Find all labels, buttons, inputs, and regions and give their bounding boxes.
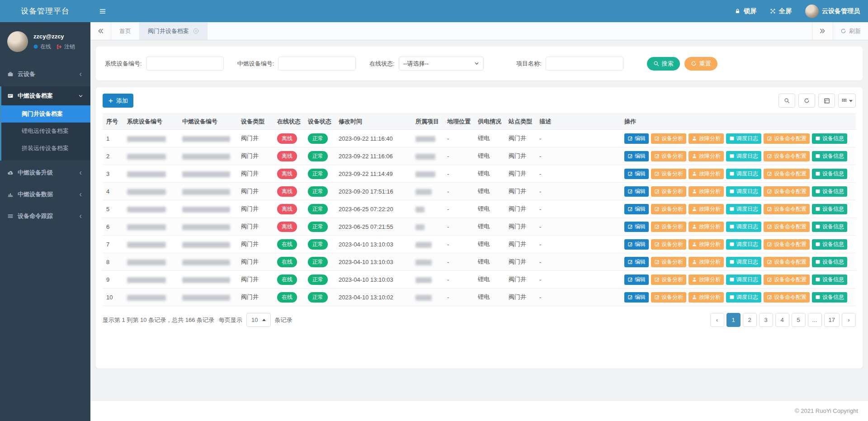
action-button[interactable]: 调度日志 bbox=[726, 204, 761, 214]
action-button[interactable]: 设备命令配置 bbox=[764, 151, 810, 161]
action-button[interactable]: 设备信息 bbox=[812, 257, 847, 267]
add-button[interactable]: 添加 bbox=[103, 94, 133, 108]
page-button[interactable]: 1 bbox=[726, 313, 741, 327]
action-button[interactable]: 故障分析 bbox=[689, 257, 724, 267]
action-button[interactable]: 设备分析 bbox=[651, 186, 686, 197]
action-button[interactable]: 设备命令配置 bbox=[764, 204, 810, 214]
action-button[interactable]: 故障分析 bbox=[689, 274, 724, 285]
page-next-button[interactable]: › bbox=[842, 313, 856, 327]
action-button[interactable]: 故障分析 bbox=[689, 222, 724, 232]
action-button[interactable]: 故障分析 bbox=[689, 186, 724, 197]
page-button[interactable]: 5 bbox=[792, 313, 806, 327]
project-name-input[interactable] bbox=[546, 57, 623, 71]
page-button[interactable]: 2 bbox=[743, 313, 757, 327]
action-button[interactable]: 设备命令配置 bbox=[764, 239, 810, 250]
action-button[interactable]: 设备分析 bbox=[651, 204, 686, 214]
tabs-scroll-left-button[interactable] bbox=[90, 22, 111, 40]
sidebar-item[interactable]: 云设备 bbox=[0, 65, 90, 84]
action-button[interactable]: 设备信息 bbox=[812, 274, 847, 285]
action-button[interactable]: 设备命令配置 bbox=[764, 186, 810, 197]
edit-button[interactable]: 编辑 bbox=[624, 274, 649, 285]
action-button[interactable]: 调度日志 bbox=[726, 257, 761, 267]
table-refresh-button[interactable] bbox=[798, 94, 815, 108]
edit-button[interactable]: 编辑 bbox=[624, 169, 649, 179]
action-button[interactable]: 调度日志 bbox=[726, 292, 761, 303]
edit-button[interactable]: 编辑 bbox=[624, 292, 649, 303]
table-columns-button[interactable] bbox=[838, 94, 856, 108]
sidebar-subitem[interactable]: 锂电远传设备档案 bbox=[1, 123, 90, 140]
action-button[interactable]: 设备分析 bbox=[651, 151, 686, 161]
fullscreen-button[interactable]: 全屏 bbox=[770, 7, 792, 15]
action-button[interactable]: 调度日志 bbox=[726, 222, 761, 232]
action-button[interactable]: 设备信息 bbox=[812, 169, 847, 179]
action-button[interactable]: 故障分析 bbox=[689, 169, 724, 179]
action-button[interactable]: 设备信息 bbox=[812, 151, 847, 161]
page-prev-button[interactable]: ‹ bbox=[710, 313, 724, 327]
refresh-tab-button[interactable]: 刷新 bbox=[833, 22, 868, 40]
edit-button[interactable]: 编辑 bbox=[624, 151, 649, 161]
action-button[interactable]: 调度日志 bbox=[726, 133, 761, 144]
action-button[interactable]: 设备分析 bbox=[651, 239, 686, 250]
sidebar-subitem[interactable]: 阀门井设备档案 bbox=[1, 105, 90, 123]
action-button[interactable]: 设备分析 bbox=[651, 133, 686, 144]
user-menu[interactable]: 云设备管理员 bbox=[805, 5, 860, 18]
logout-link[interactable]: 注销 bbox=[64, 43, 75, 51]
action-button[interactable]: 故障分析 bbox=[689, 204, 724, 214]
action-button[interactable]: 故障分析 bbox=[689, 151, 724, 161]
edit-button[interactable]: 编辑 bbox=[624, 204, 649, 214]
reset-button[interactable]: 重置 bbox=[684, 57, 717, 71]
edit-button[interactable]: 编辑 bbox=[624, 257, 649, 267]
action-button[interactable]: 设备命令配置 bbox=[764, 133, 810, 144]
action-button[interactable]: 设备命令配置 bbox=[764, 222, 810, 232]
gas-device-no-input[interactable] bbox=[278, 57, 356, 71]
action-button[interactable]: 设备命令配置 bbox=[764, 274, 810, 285]
tab-close-icon[interactable] bbox=[193, 28, 199, 34]
action-button[interactable]: 故障分析 bbox=[689, 292, 724, 303]
action-button[interactable]: 设备信息 bbox=[812, 222, 847, 232]
tab-item[interactable]: 首页 bbox=[111, 22, 140, 40]
sidebar-item[interactable]: 中燃设备升级 bbox=[0, 163, 90, 182]
lock-screen-button[interactable]: 锁屏 bbox=[735, 7, 756, 15]
sidebar-item[interactable]: 设备命令跟踪 bbox=[0, 207, 90, 226]
avatar[interactable] bbox=[7, 31, 28, 52]
edit-button[interactable]: 编辑 bbox=[624, 133, 649, 144]
action-button[interactable]: 设备信息 bbox=[812, 239, 847, 250]
table-search-toggle-button[interactable] bbox=[778, 94, 795, 108]
logout-icon[interactable] bbox=[56, 44, 62, 50]
tab-active[interactable]: 阀门井设备档案 bbox=[140, 22, 208, 40]
action-button[interactable]: 设备信息 bbox=[812, 133, 847, 144]
action-button[interactable]: 设备分析 bbox=[651, 222, 686, 232]
action-button[interactable]: 调度日志 bbox=[726, 239, 761, 250]
action-button[interactable]: 故障分析 bbox=[689, 239, 724, 250]
action-button[interactable]: 设备分析 bbox=[651, 257, 686, 267]
hamburger-icon[interactable] bbox=[93, 0, 112, 22]
sidebar-subitem[interactable]: 拼装远传设备档案 bbox=[1, 140, 90, 157]
action-button[interactable]: 调度日志 bbox=[726, 151, 761, 161]
search-button[interactable]: 搜索 bbox=[647, 57, 680, 71]
action-button[interactable]: 设备命令配置 bbox=[764, 292, 810, 303]
page-button[interactable]: 17 bbox=[824, 313, 840, 327]
action-button[interactable]: 设备命令配置 bbox=[764, 169, 810, 179]
online-status-select[interactable]: --请选择-- bbox=[399, 57, 484, 71]
sidebar-item[interactable]: 中燃设备档案 bbox=[1, 86, 90, 105]
action-button[interactable]: 设备信息 bbox=[812, 186, 847, 197]
action-button[interactable]: 设备分析 bbox=[651, 274, 686, 285]
edit-button[interactable]: 编辑 bbox=[624, 239, 649, 250]
edit-button[interactable]: 编辑 bbox=[624, 222, 649, 232]
action-button[interactable]: 设备分析 bbox=[651, 169, 686, 179]
sidebar-item[interactable]: 中燃设备数据 bbox=[0, 185, 90, 204]
system-device-no-input[interactable] bbox=[146, 57, 224, 71]
action-button[interactable]: 调度日志 bbox=[726, 274, 761, 285]
action-button[interactable]: 设备信息 bbox=[812, 204, 847, 214]
action-button[interactable]: 设备命令配置 bbox=[764, 257, 810, 267]
table-toggle-view-button[interactable] bbox=[818, 94, 835, 108]
action-button[interactable]: 设备分析 bbox=[651, 292, 686, 303]
page-size-select[interactable]: 10 bbox=[246, 313, 270, 327]
page-button[interactable]: 4 bbox=[775, 313, 789, 327]
page-button[interactable]: 3 bbox=[759, 313, 773, 327]
action-button[interactable]: 调度日志 bbox=[726, 169, 761, 179]
action-button[interactable]: 调度日志 bbox=[726, 186, 761, 197]
action-button[interactable]: 故障分析 bbox=[689, 133, 724, 144]
edit-button[interactable]: 编辑 bbox=[624, 186, 649, 197]
tabs-scroll-right-button[interactable] bbox=[812, 22, 833, 40]
